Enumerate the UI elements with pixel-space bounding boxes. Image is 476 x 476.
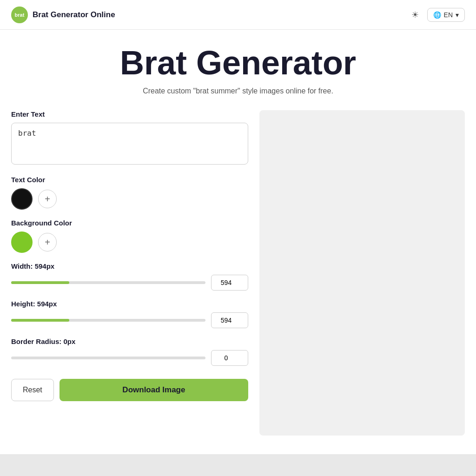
height-section: Height: 594px — [11, 300, 248, 328]
theme-toggle-button[interactable]: ☀ — [409, 7, 422, 23]
action-buttons: Reset Download Image — [11, 379, 248, 401]
height-input[interactable] — [211, 312, 248, 328]
preview-panel — [259, 110, 465, 436]
width-input[interactable] — [211, 275, 248, 291]
text-color-section: Text Color + — [11, 176, 248, 210]
content-layout: Enter Text Text Color + Background Color… — [11, 110, 465, 436]
text-color-swatch-black[interactable] — [11, 188, 33, 210]
language-selector-button[interactable]: 🌐 EN ▾ — [427, 8, 465, 22]
bg-color-row: + — [11, 231, 248, 253]
text-input[interactable] — [11, 123, 248, 165]
page-title: Brat Generator — [11, 45, 465, 81]
width-slider-fill — [11, 281, 69, 284]
lang-label: EN — [444, 11, 453, 19]
border-label: Border Radius: 0px — [11, 337, 248, 345]
controls-panel: Enter Text Text Color + Background Color… — [11, 110, 248, 401]
hero-section: Brat Generator Create custom "brat summe… — [11, 45, 465, 95]
page-subtitle: Create custom "brat summer" style images… — [11, 87, 465, 95]
main-content: Brat Generator Create custom "brat summe… — [0, 30, 476, 454]
width-slider-row — [11, 275, 248, 291]
width-label: Width: 594px — [11, 262, 248, 270]
bg-color-section: Background Color + — [11, 219, 248, 253]
add-bg-color-button[interactable]: + — [38, 233, 57, 251]
height-slider-track — [11, 319, 205, 322]
bg-color-swatch-lime[interactable] — [11, 231, 33, 253]
header: brat Brat Generator Online ☀ 🌐 EN ▾ — [0, 0, 476, 30]
text-section: Enter Text — [11, 110, 248, 166]
width-section: Width: 594px — [11, 262, 248, 291]
logo-area: brat Brat Generator Online — [11, 7, 115, 23]
height-slider-fill — [11, 319, 69, 322]
sun-icon: ☀ — [411, 10, 419, 20]
site-title: Brat Generator Online — [33, 10, 115, 20]
translate-icon: 🌐 — [433, 11, 441, 19]
height-slider-row — [11, 312, 248, 328]
add-text-color-button[interactable]: + — [38, 190, 57, 208]
reset-button[interactable]: Reset — [11, 379, 54, 401]
bg-color-label: Background Color — [11, 219, 248, 227]
border-input[interactable] — [211, 350, 248, 366]
border-slider-row — [11, 350, 248, 366]
download-button[interactable]: Download Image — [60, 379, 248, 401]
text-label: Enter Text — [11, 110, 248, 118]
border-slider-track — [11, 357, 205, 359]
logo-icon: brat — [11, 7, 28, 23]
footer — [0, 454, 476, 476]
width-slider-track — [11, 281, 205, 284]
height-label: Height: 594px — [11, 300, 248, 308]
border-section: Border Radius: 0px — [11, 337, 248, 366]
chevron-down-icon: ▾ — [456, 11, 459, 19]
header-controls: ☀ 🌐 EN ▾ — [409, 7, 465, 23]
text-color-row: + — [11, 188, 248, 210]
text-color-label: Text Color — [11, 176, 248, 184]
